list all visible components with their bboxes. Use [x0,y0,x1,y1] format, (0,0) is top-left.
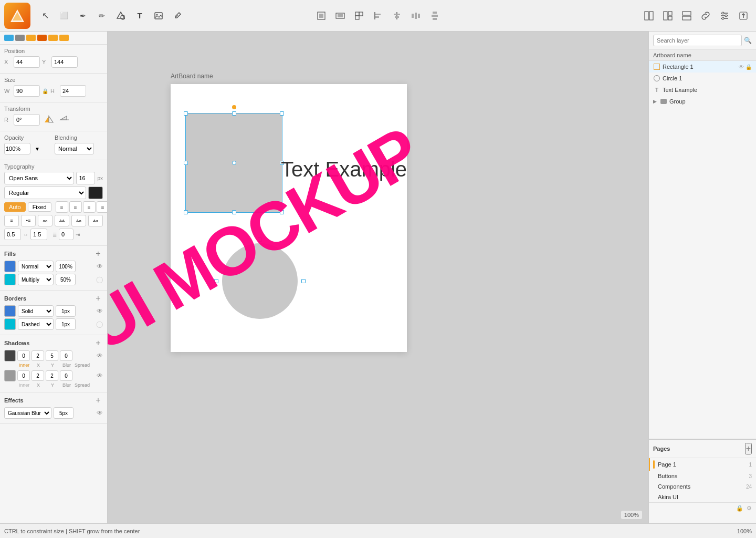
line-height-input[interactable] [30,229,47,240]
panel-layout-3[interactable] [678,7,695,24]
shadow-x-2[interactable] [17,370,30,381]
align-left-btn[interactable] [370,7,386,24]
text-case-Aa[interactable]: Aa [71,215,86,226]
eyedropper-tool[interactable] [169,7,186,24]
lock-bottom-icon[interactable]: 🔒 [736,505,743,512]
border-visibility-2[interactable]: ◯ [96,320,103,328]
fill-visibility-2[interactable]: ◯ [96,276,103,283]
export-btn[interactable] [735,7,752,24]
layer-item-rectangle[interactable]: Rectangle 1 👁 🔒 [649,61,756,73]
circle-handle-right[interactable] [301,279,306,283]
add-page-btn[interactable]: + [745,443,752,454]
indent-input[interactable] [59,229,74,240]
shadow-spread-1[interactable] [60,350,72,361]
layer-item-text[interactable]: T Text Example [649,84,756,96]
text-case-AA[interactable]: AA [55,215,69,226]
list-none-btn[interactable]: ≡ [4,215,19,226]
pencil-tool[interactable]: ✏ [93,7,110,24]
align-art-btn[interactable] [313,7,330,24]
shadow-y-2[interactable] [32,370,44,381]
w-input[interactable] [14,85,40,97]
add-effect-btn[interactable]: + [93,396,103,405]
border-swatch-2[interactable] [4,318,16,330]
canvas-area[interactable]: ArtBoard name Text Example [108,32,648,523]
page-item-akira[interactable]: Akira UI [649,492,756,502]
panel-layout-1[interactable] [640,7,657,24]
border-style-1[interactable]: Solid [18,305,54,317]
settings-bottom-icon[interactable]: ⚙ [747,505,752,512]
opacity-input[interactable] [4,143,30,154]
fill-swatch-2[interactable] [4,274,16,285]
handle-bl[interactable] [184,210,188,214]
align-right-text-btn[interactable]: ≡ [83,201,96,213]
y-input[interactable] [51,56,78,68]
x-input[interactable] [14,56,40,68]
text-tool[interactable]: T [131,7,148,24]
shadow-visibility-1[interactable]: 👁 [97,352,103,359]
handle-tr[interactable] [280,111,284,116]
font-select[interactable]: Open Sans [4,172,74,184]
rotation-handle[interactable] [232,105,236,109]
fixed-size-btn[interactable]: Fixed [28,202,51,212]
effect-visibility-1[interactable]: 👁 [97,409,103,417]
distribute-h-btn[interactable] [407,7,424,24]
align-center-text-btn[interactable]: ≡ [69,201,82,213]
r-input[interactable] [14,114,40,126]
page-item-1[interactable]: Page 1 1 [649,458,756,471]
border-visibility-1[interactable]: 👁 [97,307,103,315]
shadow-visibility-2[interactable]: 👁 [97,372,103,379]
fill-swatch-1[interactable] [4,261,16,272]
font-style-select[interactable]: Regular [4,187,86,199]
shadow-blur-2[interactable] [46,370,58,381]
text-element[interactable]: Text Example [281,158,407,181]
text-case-aa[interactable]: aa [38,215,52,226]
settings-panel-btn[interactable] [716,7,733,24]
color-bar-gray[interactable] [15,35,25,41]
shadow-swatch-2[interactable] [4,370,16,381]
link-tool[interactable] [697,7,714,24]
circle-element[interactable] [220,242,299,320]
layer-item-group[interactable]: ▶ Group [649,96,756,107]
color-bar-amber[interactable] [59,35,69,41]
image-tool[interactable] [150,7,167,24]
layer-lock-rect[interactable]: 🔒 [746,64,752,70]
list-ul-btn[interactable]: •≡ [21,215,36,226]
fill-blend-2[interactable]: Multiply [18,274,54,285]
pen-tool[interactable]: ✒ [75,7,91,24]
add-border-btn[interactable]: + [93,294,103,303]
auto-size-btn[interactable]: Auto [4,202,26,212]
color-bar-dark-orange[interactable] [37,35,47,41]
color-bar-yellow[interactable] [48,35,58,41]
align-canvas-btn[interactable] [332,7,349,24]
font-size-input[interactable] [76,172,95,184]
text-case-Aa2[interactable]: Aa [88,215,103,226]
align-component-btn[interactable] [351,7,368,24]
frame-tool[interactable]: ⬜ [56,7,72,24]
align-justify-text-btn[interactable]: ≡ [97,201,108,213]
opacity-dropdown[interactable]: ▼ [33,144,42,153]
distribute-v-btn[interactable] [426,7,443,24]
rect-element[interactable] [185,113,282,213]
add-shadow-btn[interactable]: + [93,338,103,348]
flip-h-btn[interactable] [42,114,56,126]
handle-tl[interactable] [184,111,188,116]
layer-visibility-rect[interactable]: 👁 [739,64,744,70]
circle-handle-top[interactable] [258,237,262,242]
select-tool[interactable]: ↖ [37,7,54,24]
h-input[interactable] [60,85,86,97]
fill-blend-1[interactable]: Normal [18,261,54,272]
handle-bm[interactable] [232,210,236,214]
letter-spacing-input[interactable] [4,229,21,240]
text-color-swatch[interactable] [88,187,103,199]
shadow-x-1[interactable] [17,350,30,361]
effect-type-1[interactable]: Gaussian Blur [4,407,51,419]
color-bar-orange[interactable] [26,35,36,41]
page-item-components[interactable]: Components 24 [649,481,756,492]
circle-handle-left[interactable] [214,279,218,283]
handle-center[interactable] [232,161,236,165]
panel-layout-2[interactable] [659,7,676,24]
add-fill-btn[interactable]: + [93,249,103,258]
effect-value-1[interactable] [54,407,74,419]
shape-tool[interactable] [112,7,129,24]
blending-select[interactable]: Normal [55,143,94,154]
